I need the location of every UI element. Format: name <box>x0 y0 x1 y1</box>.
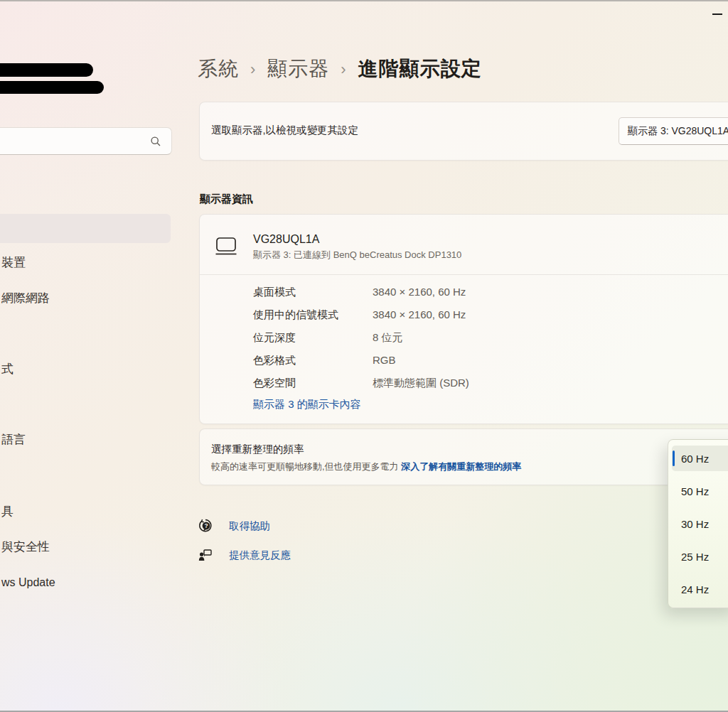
sidebar-item-time-language[interactable]: 語言 <box>1 432 26 448</box>
refresh-option-50hz[interactable]: 50 Hz <box>672 478 728 504</box>
monitor-icon <box>215 237 237 259</box>
minimize-icon <box>712 14 722 15</box>
spec-label-color-space: 色彩空間 <box>253 375 296 391</box>
breadcrumb: 系統 › 顯示器 › 進階顯示設定 <box>198 55 482 82</box>
refresh-rate-title: 選擇重新整理的頻率 <box>211 443 304 456</box>
window-top-border <box>0 0 728 1</box>
card-divider <box>200 274 728 275</box>
sidebar-item-apps[interactable]: 式 <box>1 362 14 377</box>
svg-text:?: ? <box>204 522 208 529</box>
monitor-name: VG28UQL1A <box>253 233 319 246</box>
sidebar-item-privacy-security[interactable]: 與安全性 <box>1 539 50 555</box>
get-help-row[interactable]: ? 取得協助 <box>198 517 270 534</box>
redacted-account-email <box>0 81 104 94</box>
refresh-rate-card <box>199 428 728 485</box>
breadcrumb-display[interactable]: 顯示器 <box>267 55 329 82</box>
sidebar-item-windows-update[interactable]: ws Update <box>1 575 55 590</box>
refresh-option-25hz[interactable]: 25 Hz <box>672 544 728 569</box>
chevron-right-icon: › <box>341 59 346 79</box>
refresh-option-24hz[interactable]: 24 Hz <box>672 576 728 602</box>
spec-label-color-format: 色彩格式 <box>253 352 296 368</box>
refresh-option-60hz[interactable]: 60 Hz <box>672 446 728 471</box>
selected-option-indicator <box>673 451 675 466</box>
display-adapter-properties-link[interactable]: 顯示器 3 的顯示卡內容 <box>253 398 361 411</box>
refresh-rate-description: 較高的速率可更順暢地移動,但也使用更多電力 深入了解有關重新整理的頻率 <box>211 460 521 473</box>
breadcrumb-system[interactable]: 系統 <box>198 55 239 82</box>
redacted-account-name <box>0 63 93 77</box>
sidebar-item-system-selected[interactable] <box>0 214 171 243</box>
display-select-dropdown[interactable]: 顯示器 3: VG28UQL1A <box>619 117 728 145</box>
refresh-option-30hz[interactable]: 30 Hz <box>672 511 728 536</box>
feedback-link[interactable]: 提供意見反應 <box>229 549 291 562</box>
help-bubble-icon: ? <box>198 517 213 534</box>
spec-label-desktop-mode: 桌面模式 <box>253 284 296 300</box>
sidebar-item-network-internet[interactable]: 網際網路 <box>1 291 50 306</box>
spec-value-active-signal-mode: 3840 × 2160, 60 Hz <box>373 307 466 323</box>
settings-window: { "window": { "minimize": "minimize" }, … <box>0 0 728 712</box>
feedback-row[interactable]: 提供意見反應 <box>198 546 291 563</box>
spec-value-color-space: 標準動態範圍 (SDR) <box>373 375 469 391</box>
sidebar-item-accessibility[interactable]: 具 <box>1 504 14 519</box>
chevron-right-icon: › <box>250 59 256 79</box>
spec-value-bit-depth: 8 位元 <box>373 330 403 345</box>
refresh-rate-learn-more-link[interactable]: 深入了解有關重新整理的頻率 <box>401 461 521 472</box>
spec-value-desktop-mode: 3840 × 2160, 60 Hz <box>373 284 466 300</box>
spec-value-color-format: RGB <box>373 352 396 368</box>
search-input[interactable] <box>0 127 172 155</box>
select-display-label: 選取顯示器,以檢視或變更其設定 <box>211 124 358 137</box>
page-title: 進階顯示設定 <box>358 55 482 82</box>
spec-label-active-signal-mode: 使用中的信號模式 <box>253 307 338 323</box>
display-info-section-title: 顯示器資訊 <box>200 193 253 206</box>
get-help-link[interactable]: 取得協助 <box>229 519 270 533</box>
minimize-button[interactable] <box>708 7 727 21</box>
search-icon[interactable] <box>150 136 161 147</box>
monitor-status: 顯示器 3: 已連線到 BenQ beCreatus Dock DP1310 <box>253 249 461 261</box>
refresh-rate-description-text: 較高的速率可更順暢地移動,但也使用更多電力 <box>211 461 399 472</box>
spec-label-bit-depth: 位元深度 <box>253 330 296 345</box>
sidebar-item-bluetooth-devices[interactable]: 裝置 <box>1 255 26 271</box>
feedback-person-icon <box>198 546 213 563</box>
